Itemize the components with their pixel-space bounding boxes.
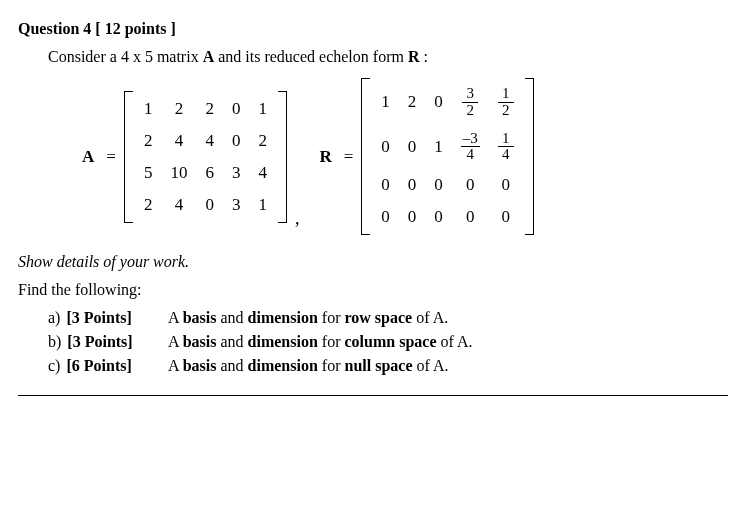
equation-comma: , (291, 208, 312, 235)
intro-matrix-a: A (203, 48, 215, 65)
matrix-cell: 4 (161, 125, 196, 157)
matrix-cell: 0 (452, 169, 489, 201)
matrix-cell: 3 (223, 157, 250, 189)
equals-sign-r: = (340, 147, 358, 167)
matrix-equation-row: A = 122012440251063424031 , R = 12032120… (78, 78, 728, 235)
part-letter: b) (48, 333, 61, 350)
matrix-cell: 10 (161, 157, 196, 189)
right-bracket-icon (525, 78, 534, 235)
matrix-cell: 1 (135, 93, 162, 125)
matrix-cell: 0 (196, 189, 223, 221)
matrix-a: 122012440251063424031 (124, 91, 287, 223)
intro-text-pre: Consider a 4 x 5 matrix (48, 48, 203, 65)
part-points: [3 Points] (66, 309, 131, 326)
matrix-cell: 0 (425, 201, 452, 233)
matrix-cell: 1 (249, 93, 276, 125)
part-points: [3 Points] (67, 333, 132, 350)
matrix-cell: 32 (452, 80, 489, 125)
matrix-cell: 0 (489, 201, 523, 233)
matrix-a-label: A (78, 147, 98, 167)
matrix-cell: 0 (399, 169, 426, 201)
left-bracket-icon (361, 78, 370, 235)
matrix-cell: 14 (489, 125, 523, 170)
matrix-cell: 3 (223, 189, 250, 221)
matrix-cell: –34 (452, 125, 489, 170)
find-heading: Find the following: (18, 281, 728, 299)
matrix-cell: 2 (135, 125, 162, 157)
parts-list: a)[3 Points]A basis and dimension for ro… (48, 309, 728, 375)
part-label: b)[3 Points] (48, 333, 168, 351)
question-part: b)[3 Points]A basis and dimension for co… (48, 333, 728, 351)
matrix-cell: 0 (372, 201, 399, 233)
matrix-cell: 2 (161, 93, 196, 125)
matrix-cell: 1 (372, 80, 399, 125)
matrix-cell: 6 (196, 157, 223, 189)
intro-text-post: : (419, 48, 427, 65)
question-part: c)[6 Points]A basis and dimension for nu… (48, 357, 728, 375)
part-text: A basis and dimension for column space o… (168, 333, 472, 351)
show-details-note: Show details of your work. (18, 253, 728, 271)
matrix-cell: 0 (489, 169, 523, 201)
matrix-cell: 1 (249, 189, 276, 221)
matrix-cell: 0 (452, 201, 489, 233)
question-part: a)[3 Points]A basis and dimension for ro… (48, 309, 728, 327)
matrix-cell: 0 (223, 93, 250, 125)
matrix-cell: 0 (372, 169, 399, 201)
intro-text-mid: and its reduced echelon form (214, 48, 408, 65)
question-end-rule (18, 395, 728, 396)
question-heading: Question 4 [ 12 points ] (18, 20, 728, 38)
matrix-cell: 2 (249, 125, 276, 157)
question-intro: Consider a 4 x 5 matrix A and its reduce… (48, 48, 728, 66)
matrix-r: 1203212001–34140000000000 (361, 78, 534, 235)
matrix-cell: 0 (425, 169, 452, 201)
matrix-cell: 1 (425, 125, 452, 170)
intro-matrix-r: R (408, 48, 420, 65)
matrix-cell: 5 (135, 157, 162, 189)
matrix-cell: 0 (399, 125, 426, 170)
part-label: a)[3 Points] (48, 309, 168, 327)
left-bracket-icon (124, 91, 133, 223)
matrix-cell: 0 (399, 201, 426, 233)
matrix-cell: 4 (249, 157, 276, 189)
matrix-cell: 2 (135, 189, 162, 221)
part-label: c)[6 Points] (48, 357, 168, 375)
matrix-cell: 0 (425, 80, 452, 125)
matrix-cell: 4 (196, 125, 223, 157)
part-letter: c) (48, 357, 60, 374)
part-letter: a) (48, 309, 60, 326)
matrix-cell: 2 (196, 93, 223, 125)
part-points: [6 Points] (66, 357, 131, 374)
matrix-cell: 0 (223, 125, 250, 157)
matrix-cell: 12 (489, 80, 523, 125)
equals-sign-a: = (102, 147, 120, 167)
matrix-cell: 0 (372, 125, 399, 170)
matrix-r-label: R (315, 147, 335, 167)
right-bracket-icon (278, 91, 287, 223)
matrix-cell: 4 (161, 189, 196, 221)
part-text: A basis and dimension for row space of A… (168, 309, 448, 327)
matrix-cell: 2 (399, 80, 426, 125)
part-text: A basis and dimension for null space of … (168, 357, 449, 375)
